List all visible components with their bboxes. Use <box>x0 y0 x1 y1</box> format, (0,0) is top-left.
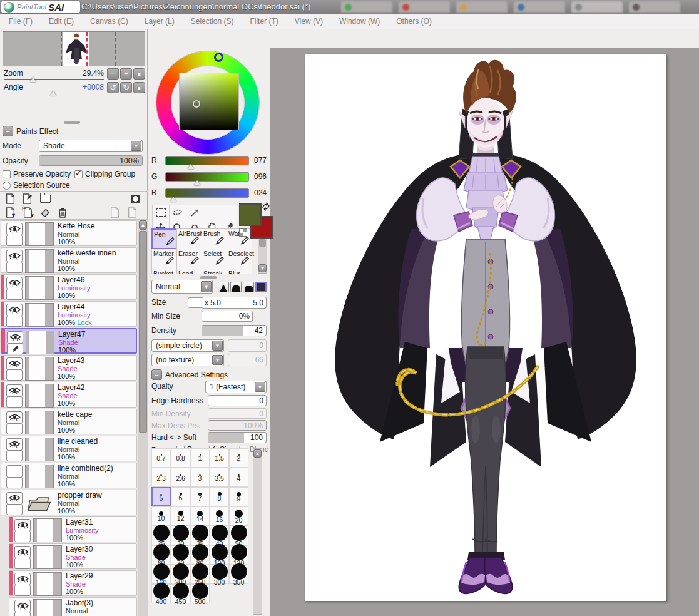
layer-visibility-toggle[interactable] <box>14 519 31 531</box>
brush-size-option[interactable]: 16 <box>210 506 229 526</box>
layer-visibility-toggle[interactable] <box>6 465 23 478</box>
layer-opacity-slider[interactable]: 100% <box>39 155 143 166</box>
brush-size-option[interactable]: 25 <box>151 526 171 545</box>
zoom-slider-handle[interactable] <box>30 77 36 82</box>
layer-thumbnail[interactable] <box>33 599 62 616</box>
brush-size-box[interactable]: x 5.0 5.0 <box>202 297 267 309</box>
layer-visibility-toggle[interactable] <box>14 573 31 585</box>
lasso-tool[interactable] <box>169 205 186 220</box>
layer-paint-slot[interactable] <box>14 612 31 616</box>
delete-layer-button[interactable] <box>56 207 69 218</box>
brush-size-option[interactable]: 7 <box>190 487 210 506</box>
brush-size-option[interactable]: 2 <box>229 448 248 468</box>
layer-mask-button[interactable] <box>128 193 142 205</box>
menu-item[interactable]: Canvas (C) <box>90 17 128 26</box>
layer-paint-slot[interactable] <box>14 531 31 542</box>
magic-wand-tool[interactable] <box>186 205 203 220</box>
layer-visibility-toggle[interactable] <box>6 250 23 262</box>
layer-visibility-toggle[interactable] <box>6 492 23 505</box>
layer-row[interactable]: Layer46 Luminosity 100% <box>1 274 137 300</box>
brush-size-option[interactable]: 3.5 <box>210 468 229 487</box>
nav-zoom-reset-button[interactable]: ■ <box>133 68 145 80</box>
brush-tool[interactable]: Streak <box>202 269 227 274</box>
menu-item[interactable]: Others (O) <box>396 17 432 26</box>
hue-marker[interactable] <box>214 53 223 62</box>
layer-thumbnail[interactable] <box>25 249 54 273</box>
brush-size-option[interactable]: 80 <box>190 545 210 565</box>
brush-size-option[interactable]: 10 <box>151 506 171 526</box>
brush-size-option[interactable]: 70 <box>171 545 190 565</box>
brush-tool[interactable]: Select <box>202 249 227 269</box>
brush-size-option[interactable]: 8 <box>210 487 229 506</box>
new-linework-layer-button[interactable] <box>21 193 34 205</box>
layer-row[interactable]: Layer47 Shade 100% <box>1 328 137 354</box>
layer-row[interactable]: line combined(2) Normal 100% <box>1 463 137 488</box>
expand-icon[interactable]: + <box>3 126 13 136</box>
rect-select-tool[interactable] <box>152 205 170 220</box>
layer-row[interactable]: Layer31 Luminosity 100% <box>9 516 137 542</box>
brush-tool[interactable]: Deselect <box>227 249 252 269</box>
layer-thumbnail[interactable] <box>33 545 62 569</box>
brush-size-option[interactable]: 100 <box>210 545 229 565</box>
brush-tool[interactable]: Blur <box>227 269 252 274</box>
layer-row[interactable]: line cleaned Normal 100% <box>1 436 137 461</box>
brush-size-option[interactable]: 60 <box>151 545 171 565</box>
brush-size-option[interactable]: 50 <box>229 526 248 545</box>
layer-visibility-toggle[interactable] <box>14 546 31 558</box>
layer-row[interactable]: Layer42 Shade 100% <box>1 382 137 408</box>
layer-thumbnail[interactable] <box>25 222 54 246</box>
brush-size-option[interactable]: 1.5 <box>210 448 229 468</box>
brush-size-option[interactable]: 300 <box>210 565 229 584</box>
layer-row[interactable]: Layer44 Luminosity 100% Lock <box>1 301 137 327</box>
brush-tool[interactable]: Bucket <box>151 269 177 274</box>
layer-paint-slot[interactable] <box>14 558 31 569</box>
menu-item[interactable]: View (V) <box>295 17 323 26</box>
brush-tip-square[interactable] <box>255 282 267 292</box>
size-palette-scrollbar[interactable]: ▲ <box>253 448 262 615</box>
brush-size-option[interactable]: 5 <box>151 487 171 506</box>
canvas-document[interactable] <box>305 54 666 601</box>
navigator-zoom-slider[interactable] <box>4 79 104 80</box>
brush-size-option[interactable]: 6 <box>171 487 190 506</box>
brush-size-option[interactable]: 9 <box>229 487 248 506</box>
scroll-up-button[interactable]: ▲ <box>253 449 262 458</box>
layer-visibility-toggle[interactable] <box>6 357 23 370</box>
clear-layer-button[interactable] <box>38 207 52 218</box>
sv-marker[interactable] <box>193 100 200 108</box>
selection-source-radio[interactable]: Selection Source <box>3 181 70 190</box>
layer-paint-slot[interactable] <box>6 235 23 246</box>
layer-paint-slot[interactable] <box>6 423 23 434</box>
layer-visibility-toggle[interactable] <box>6 277 23 289</box>
layer-thumbnail[interactable] <box>26 331 54 354</box>
layer-thumbnail[interactable] <box>25 276 54 300</box>
brush-size-option[interactable]: 40 <box>210 526 229 545</box>
layer-thumbnail[interactable] <box>25 438 54 461</box>
brush-tip-round[interactable] <box>230 282 242 292</box>
brush-size-option[interactable]: 35 <box>190 526 210 545</box>
brush-size-option[interactable]: 250 <box>190 565 210 584</box>
brush-tool[interactable]: AirBrush <box>176 228 202 249</box>
layer-thumbnail[interactable] <box>25 357 54 381</box>
brush-size-option[interactable]: 2.3 <box>151 468 171 487</box>
scroll-down-button[interactable]: ▼ <box>258 264 267 272</box>
scrollbar-thumb[interactable] <box>259 239 266 247</box>
layer-mode-dropdown[interactable]: Shade ▼ <box>39 140 143 152</box>
panel-resize-grip[interactable] <box>200 276 217 279</box>
layer-visibility-toggle[interactable] <box>6 438 23 451</box>
quality-dropdown[interactable]: 1 (Fastest) ▼ <box>205 381 267 393</box>
layer-thumbnail[interactable] <box>25 465 54 488</box>
new-layer-button[interactable] <box>3 193 17 205</box>
layer-paint-slot[interactable] <box>6 450 23 461</box>
brush-size-option[interactable]: 120 <box>229 545 248 565</box>
red-slider[interactable] <box>165 156 249 165</box>
min-size-box[interactable]: 0% <box>202 311 253 322</box>
layer-thumbnail[interactable] <box>33 572 62 596</box>
layer-thumbnail[interactable] <box>33 518 62 542</box>
brush-size-option[interactable]: 200 <box>171 565 190 584</box>
navigator-preview[interactable] <box>3 31 145 66</box>
brush-size-option[interactable]: 1 <box>190 448 210 468</box>
layer-thumbnail[interactable] <box>25 384 54 408</box>
layer-visibility-toggle[interactable] <box>14 600 31 612</box>
brush-size-option[interactable]: 350 <box>229 565 248 584</box>
layer-visibility-toggle[interactable] <box>6 304 23 316</box>
